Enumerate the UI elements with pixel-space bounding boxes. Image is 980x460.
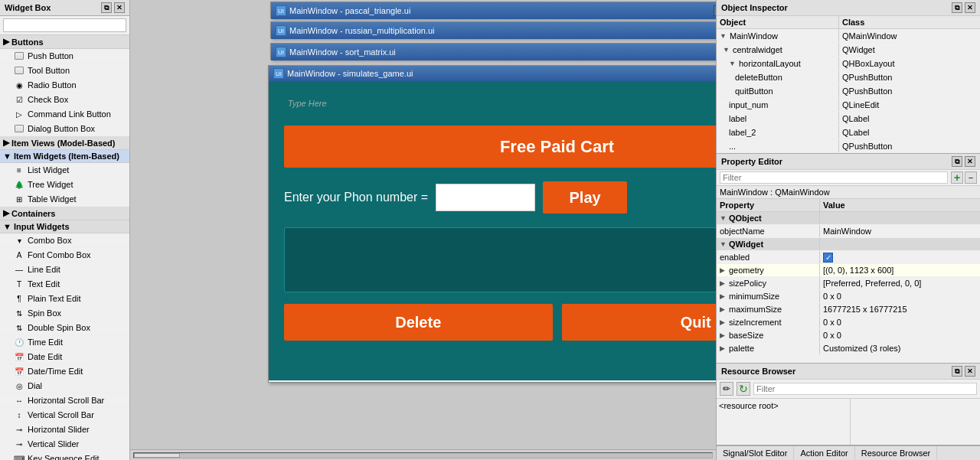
add-property-button[interactable]: + xyxy=(951,171,963,184)
close-button[interactable]: ✕ xyxy=(965,2,975,13)
widget-item-spin-box[interactable]: ⇅ Spin Box xyxy=(0,306,129,321)
widget-item-h-scroll[interactable]: ↔ Horizontal Scroll Bar xyxy=(0,393,129,408)
widget-item-h-slider[interactable]: ⊸ Horizontal Slider xyxy=(0,422,129,437)
expand-icon[interactable]: ▶ xyxy=(720,318,727,326)
obj-row-more[interactable]: ... QPushButton xyxy=(717,139,980,153)
category-input-widgets[interactable]: ▼ Input Widgets xyxy=(0,220,129,233)
delete-button[interactable]: Delete xyxy=(284,304,553,341)
widget-search-input[interactable] xyxy=(3,18,126,32)
obj-row-label2[interactable]: label_2 QLabel xyxy=(717,126,980,139)
widget-item-date-edit[interactable]: 📅 Date Edit xyxy=(0,350,129,364)
widget-item-line-edit[interactable]: — Line Edit xyxy=(0,263,129,277)
obj-row-hlayout[interactable]: ▼ horizontalLayout QHBoxLayout xyxy=(717,57,980,70)
close-button[interactable]: ✕ xyxy=(965,366,975,377)
prop-value[interactable]: 0 x 0 xyxy=(820,329,980,341)
widget-item-time-edit[interactable]: 🕐 Time Edit xyxy=(0,335,129,350)
prop-row-geometry[interactable]: ▶ geometry [(0, 0), 1123 x 600] xyxy=(717,264,980,277)
phone-input-field[interactable] xyxy=(436,184,535,211)
float-button[interactable]: ⧉ xyxy=(952,156,962,167)
quit-button[interactable]: Quit xyxy=(562,304,717,341)
expand-icon[interactable]: ▶ xyxy=(720,279,727,287)
prop-value[interactable]: [(0, 0), 1123 x 600] xyxy=(820,264,980,276)
category-item-widgets[interactable]: ▼ Item Widgets (Item-Based) xyxy=(0,150,129,163)
play-button[interactable]: Play xyxy=(543,181,627,214)
expand-icon[interactable]: ▶ xyxy=(720,344,727,352)
free-paid-cart-button[interactable]: Free Paid Cart xyxy=(284,126,716,168)
collapse-icon[interactable]: ▼ xyxy=(720,240,727,248)
close-button[interactable]: ✕ xyxy=(114,2,125,13)
prop-value[interactable]: MainWindow xyxy=(820,225,980,237)
widget-item-double-spin[interactable]: ⇅ Double Spin Box xyxy=(0,321,129,335)
prop-row-sizepolicy[interactable]: ▶ sizePolicy [Preferred, Preferred, 0, 0… xyxy=(717,277,980,290)
prop-value[interactable]: ✓ xyxy=(820,251,980,263)
expand-icon[interactable]: ▶ xyxy=(720,292,727,300)
widget-item-plain-text[interactable]: ¶ Plain Text Edit xyxy=(0,292,129,306)
widget-item-text-edit[interactable]: T Text Edit xyxy=(0,277,129,292)
widget-item-dial[interactable]: ◎ Dial xyxy=(0,379,129,393)
prop-value[interactable]: Customized (3 roles) xyxy=(820,342,980,354)
widget-item-v-slider[interactable]: ⊸ Vertical Slider xyxy=(0,437,129,452)
widget-item-list[interactable]: ≡ List Widget xyxy=(0,163,129,178)
prop-value[interactable]: 16777215 x 16777215 xyxy=(820,303,980,315)
float-button[interactable]: ⧉ xyxy=(952,2,962,13)
close-button[interactable]: ✕ xyxy=(965,156,975,167)
category-item-views[interactable]: ▶ Item Views (Model-Based) xyxy=(0,136,129,150)
prop-row-sizeincrement[interactable]: ▶ sizeIncrement 0 x 0 xyxy=(717,316,980,329)
prop-value[interactable]: [Preferred, Preferred, 0, 0] xyxy=(820,277,980,289)
prop-row-palette[interactable]: ▶ palette Customized (3 roles) xyxy=(717,342,980,355)
widget-item-tree[interactable]: 🌲 Tree Widget xyxy=(0,178,129,192)
expand-icon[interactable]: ▶ xyxy=(720,305,727,313)
prop-row-maxsize[interactable]: ▶ maximumSize 16777215 x 16777215 xyxy=(717,303,980,316)
float-button[interactable]: ⧉ xyxy=(952,366,962,377)
scrollbar-thumb[interactable] xyxy=(134,453,180,458)
obj-row-label[interactable]: label QLabel xyxy=(717,112,980,126)
edit-resource-button[interactable]: ✏ xyxy=(720,382,733,396)
widget-item-key-seq[interactable]: ⌨ Key Sequence Edit xyxy=(0,452,129,460)
collapse-icon[interactable]: ▼ xyxy=(720,214,727,222)
mdi-titlebar-sort[interactable]: UI MainWindow - sort_matrix.ui ⧉ ✕ xyxy=(271,44,716,60)
enabled-checkbox[interactable]: ✓ xyxy=(823,253,833,263)
expand-icon[interactable]: ▶ xyxy=(720,331,727,339)
remove-property-button[interactable]: − xyxy=(965,171,977,184)
prop-row-minsize[interactable]: ▶ minimumSize 0 x 0 xyxy=(717,290,980,303)
tab-resource-browser[interactable]: Resource Browser xyxy=(855,446,937,460)
widget-item-command-link[interactable]: ▷ Command Link Button xyxy=(0,107,129,122)
restore-button[interactable]: ⧉ xyxy=(714,5,716,16)
widget-item-radio-button[interactable]: ◉ Radio Button xyxy=(0,78,129,93)
tab-signal-slot[interactable]: Signal/Slot Editor xyxy=(717,446,794,460)
widget-item-dialog-button[interactable]: Dialog Button Box xyxy=(0,122,129,136)
widget-item-tool-button[interactable]: Tool Button xyxy=(0,64,129,78)
widget-item-table[interactable]: ⊞ Table Widget xyxy=(0,192,129,207)
horizontal-scrollbar[interactable] xyxy=(130,449,716,460)
widget-item-datetime-edit[interactable]: 📅 Date/Time Edit xyxy=(0,364,129,379)
prop-value[interactable]: 0 x 0 xyxy=(820,316,980,328)
resource-filter-input[interactable] xyxy=(753,383,977,395)
float-button[interactable]: ⧉ xyxy=(101,2,112,13)
obj-row-quitbtn[interactable]: quitButton QPushButton xyxy=(717,84,980,98)
refresh-button[interactable]: ↻ xyxy=(737,382,750,396)
prop-row-enabled[interactable]: enabled ✓ xyxy=(717,251,980,264)
obj-row-inputnum[interactable]: input_num QLineEdit xyxy=(717,98,980,112)
scrollbar-track[interactable] xyxy=(133,452,713,458)
resource-root[interactable]: <resource root> xyxy=(719,401,779,410)
prop-row-basesize[interactable]: ▶ baseSize 0 x 0 xyxy=(717,329,980,342)
widget-item-push-button[interactable]: Push Button xyxy=(0,49,129,64)
widget-item-v-scroll[interactable]: ↕ Vertical Scroll Bar xyxy=(0,408,129,422)
mdi-titlebar-game[interactable]: UI MainWindow - simulates_game.ui − ✕ xyxy=(269,66,716,81)
obj-row-centralwidget[interactable]: ▼ centralwidget QWidget xyxy=(717,43,980,57)
category-containers[interactable]: ▶ Containers xyxy=(0,207,129,220)
property-filter-input[interactable] xyxy=(720,171,948,184)
category-buttons[interactable]: ▶ Buttons xyxy=(0,35,129,49)
prop-value[interactable]: 0 x 0 xyxy=(820,290,980,302)
widget-item-font-combo[interactable]: A Font Combo Box xyxy=(0,248,129,263)
expand-icon[interactable]: ▶ xyxy=(720,266,727,274)
tab-action-editor[interactable]: Action Editor xyxy=(794,446,854,460)
prop-row-objectname[interactable]: objectName MainWindow xyxy=(717,225,980,238)
obj-row-deletebtn[interactable]: deleteButton QPushButton xyxy=(717,70,980,84)
mdi-titlebar-russian[interactable]: UI MainWindow - russian_multiplication.u… xyxy=(271,22,716,39)
widget-item-check-box[interactable]: ☑ Check Box xyxy=(0,93,129,107)
obj-row-mainwindow[interactable]: ▼ MainWindow QMainWindow xyxy=(717,29,980,43)
text-area[interactable] xyxy=(284,227,716,292)
mdi-titlebar-pascal[interactable]: UI MainWindow - pascal_triangle.ui ⧉ ✕ xyxy=(271,2,716,19)
widget-item-combo-box[interactable]: ▾ Combo Box xyxy=(0,233,129,248)
